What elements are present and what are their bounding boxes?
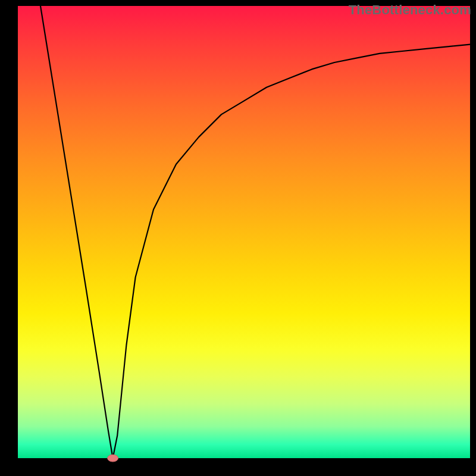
optimal-point-marker [108, 455, 118, 462]
chart-frame: TheBottleneck.com [0, 0, 476, 476]
bottleneck-curve [40, 6, 470, 458]
watermark-text: TheBottleneck.com [349, 2, 471, 18]
chart-svg [18, 6, 470, 458]
chart-plot-area [18, 6, 470, 458]
